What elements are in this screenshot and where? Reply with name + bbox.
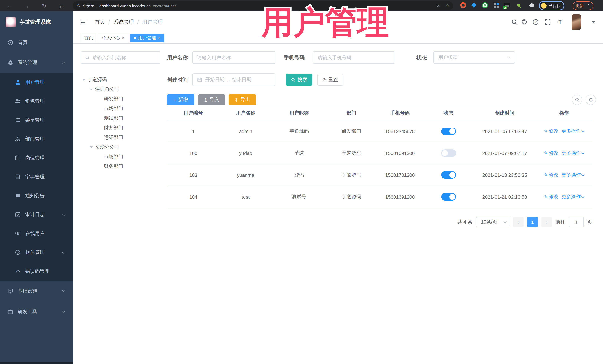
more-actions-dropdown[interactable]: 更多操作: [561, 128, 584, 134]
bookmark-star-icon[interactable]: ☆: [446, 3, 449, 8]
current-page-button[interactable]: 1: [527, 217, 538, 227]
mobile-input[interactable]: [318, 55, 390, 60]
download-icon: ↧: [234, 97, 239, 102]
toggle-search-button[interactable]: [572, 95, 582, 105]
sidebar-item-roles[interactable]: 角色管理: [0, 92, 73, 110]
browser-forward-icon[interactable]: →: [22, 0, 31, 11]
sidebar-item-notices[interactable]: 通知公告: [0, 186, 73, 205]
username-field[interactable]: [192, 51, 275, 64]
sidebar-item-posts[interactable]: 岗位管理: [0, 148, 73, 167]
tree-node[interactable]: 财务部门: [81, 123, 160, 133]
extensions-puzzle-icon[interactable]: [528, 2, 535, 10]
import-button[interactable]: ↥ 导入: [198, 94, 225, 105]
close-icon[interactable]: ✕: [122, 36, 125, 40]
tree-node[interactable]: 长沙分公司: [81, 142, 160, 152]
cell-nickname: 芋道源码: [272, 128, 326, 134]
reset-button[interactable]: ⟳ 重置: [317, 74, 343, 86]
tree-node[interactable]: 测试部门: [81, 113, 160, 123]
sidebar-item-menus[interactable]: 菜单管理: [0, 110, 73, 129]
extension-icon[interactable]: [517, 2, 520, 7]
sidebar-collapse-icon[interactable]: [81, 20, 87, 24]
cell-nickname: 源码: [272, 172, 326, 178]
edit-action[interactable]: ✎修改: [544, 128, 558, 134]
status-toggle[interactable]: [441, 171, 456, 179]
extension-icon[interactable]: [460, 2, 466, 8]
tree-node[interactable]: 市场部门: [81, 104, 160, 113]
username-input[interactable]: [197, 55, 270, 60]
avatar-caret-down-icon[interactable]: [592, 22, 595, 25]
edit-action[interactable]: ✎修改: [544, 150, 558, 156]
more-actions-dropdown[interactable]: 更多操作: [561, 194, 584, 200]
start-date-placeholder[interactable]: 开始日期: [205, 76, 224, 83]
search-button[interactable]: 搜索: [286, 74, 313, 86]
users-icon: [15, 98, 21, 104]
page-size-select[interactable]: 10条/页: [476, 217, 510, 227]
tab-profile[interactable]: 个人中心 ✕: [99, 34, 128, 42]
tree-node[interactable]: 研发部门: [81, 94, 160, 104]
edit-action[interactable]: ✎修改: [544, 172, 558, 178]
edit-action[interactable]: ✎修改: [544, 194, 558, 200]
font-size-icon[interactable]: тT: [555, 18, 563, 26]
close-icon[interactable]: ✕: [158, 36, 161, 40]
browser-reload-icon[interactable]: ↻: [40, 0, 49, 11]
tree-node[interactable]: 芋道源码: [81, 75, 160, 85]
sidebar-item-error-codes[interactable]: </> 错误码管理: [0, 262, 73, 281]
browser-update-button[interactable]: 更新 ⋮: [573, 1, 593, 10]
sidebar-item-sms[interactable]: 短信管理: [0, 243, 73, 262]
export-button[interactable]: ↧ 导出: [229, 94, 256, 105]
extension-icon[interactable]: on: [504, 2, 510, 7]
caret-down-icon[interactable]: [82, 79, 85, 82]
sidebar-item-departments[interactable]: 部门管理: [0, 129, 73, 148]
status-toggle[interactable]: [441, 149, 456, 157]
more-actions-dropdown[interactable]: 更多操作: [561, 150, 584, 156]
browser-profile-chip[interactable]: 已暂停: [539, 1, 564, 10]
extension-icon[interactable]: y: [482, 2, 488, 8]
browser-back-icon[interactable]: ←: [5, 0, 14, 11]
tab-user-management[interactable]: 用户管理 ✕: [130, 34, 164, 42]
user-avatar[interactable]: [572, 14, 581, 30]
sidebar-item-users[interactable]: 用户管理: [0, 73, 73, 92]
end-date-placeholder[interactable]: 结束日期: [232, 76, 251, 83]
status-toggle[interactable]: [441, 193, 456, 200]
dept-search-box[interactable]: [81, 51, 160, 64]
browser-menu-kebab-icon[interactable]: ⋮: [586, 3, 590, 8]
more-actions-dropdown[interactable]: 更多操作: [561, 172, 584, 178]
extension-icon[interactable]: [472, 2, 476, 7]
key-icon[interactable]: [436, 3, 441, 8]
help-question-icon[interactable]: ?: [531, 18, 540, 26]
breadcrumb-home[interactable]: 首页: [95, 19, 105, 25]
next-page-button[interactable]: ›: [541, 217, 552, 227]
app-logo-row[interactable]: 芋道管理系统: [0, 11, 73, 33]
status-toggle[interactable]: [441, 128, 456, 135]
github-icon[interactable]: [520, 18, 528, 26]
sidebar-item-system[interactable]: 系统管理: [0, 53, 73, 73]
caret-down-icon[interactable]: [90, 88, 93, 92]
header-search-icon[interactable]: [510, 18, 518, 26]
date-range-picker[interactable]: 开始日期 - 结束日期: [192, 73, 275, 86]
mobile-field[interactable]: [313, 51, 394, 64]
fullscreen-icon[interactable]: [544, 18, 552, 26]
plus-icon: +: [174, 97, 176, 102]
address-bar[interactable]: ⚠ 不安全 dashboard.yudao.iocoder.cn/system/…: [73, 1, 453, 10]
tree-node[interactable]: 市场部门: [81, 152, 160, 162]
sidebar-item-online-users[interactable]: 在线用户: [0, 224, 73, 243]
dept-search-input[interactable]: [93, 55, 156, 60]
refresh-table-button[interactable]: [586, 95, 596, 105]
status-select[interactable]: 用户状态: [433, 51, 515, 64]
tree-node[interactable]: 财务部门: [81, 162, 160, 171]
sidebar-item-home[interactable]: 首页: [0, 33, 73, 53]
browser-home-icon[interactable]: ⌂: [57, 0, 66, 11]
add-button[interactable]: + 新增: [167, 94, 195, 105]
caret-down-icon[interactable]: [90, 146, 93, 150]
sidebar-item-audit-log[interactable]: 审计日志: [0, 205, 73, 224]
tree-node[interactable]: 深圳总公司: [81, 85, 160, 94]
sidebar-item-dev-tools[interactable]: 研发工具: [0, 301, 73, 322]
breadcrumb-system[interactable]: 系统管理: [113, 19, 134, 25]
sidebar-item-dictionary[interactable]: 字典管理: [0, 167, 73, 186]
extension-icon[interactable]: [494, 2, 499, 8]
tab-home[interactable]: 首页: [81, 34, 96, 42]
tree-node[interactable]: 运维部门: [81, 133, 160, 142]
goto-page-input[interactable]: [569, 217, 584, 227]
sidebar-item-infrastructure[interactable]: 基础设施: [0, 281, 73, 301]
prev-page-button[interactable]: ‹: [513, 217, 524, 227]
